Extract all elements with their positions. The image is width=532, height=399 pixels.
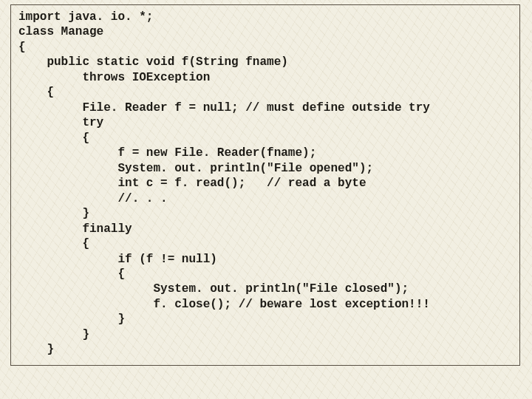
code-card: import java. io. *; class Manage { publi… — [10, 4, 520, 366]
code-block: import java. io. *; class Manage { publi… — [18, 10, 512, 358]
